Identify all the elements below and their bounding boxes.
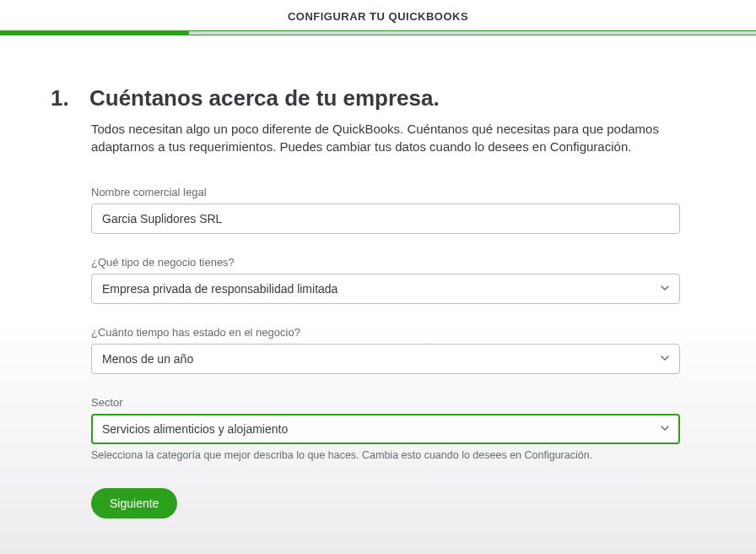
- sector-label: Sector: [91, 396, 680, 409]
- step-number: 1.: [51, 85, 78, 111]
- page-header: CONFIGURAR TU QUICKBOOKS: [0, 0, 756, 31]
- field-legal-name: Nombre comercial legal: [91, 186, 680, 234]
- setup-form: Nombre comercial legal ¿Qué tipo de nego…: [91, 186, 680, 461]
- page-title: CONFIGURAR TU QUICKBOOKS: [0, 10, 756, 23]
- field-business-type: ¿Qué tipo de negocio tienes? Empresa pri…: [91, 256, 680, 304]
- business-type-label: ¿Qué tipo de negocio tienes?: [91, 256, 680, 269]
- next-button[interactable]: Siguiente: [91, 488, 177, 519]
- time-in-business-value[interactable]: Menos de un año: [91, 344, 680, 374]
- legal-name-input[interactable]: [91, 204, 680, 234]
- business-type-value[interactable]: Empresa privada de responsabilidad limit…: [91, 274, 680, 304]
- content-area: 1. Cuéntanos acerca de tu empresa. Todos…: [0, 35, 756, 544]
- field-sector: Sector Servicios alimenticios y alojamie…: [91, 396, 680, 461]
- time-in-business-select[interactable]: Menos de un año: [91, 344, 680, 374]
- step-title: Cuéntanos acerca de tu empresa.: [89, 85, 440, 111]
- sector-value[interactable]: Servicios alimenticios y alojamiento: [91, 414, 680, 444]
- button-row: Siguiente: [91, 488, 680, 519]
- legal-name-label: Nombre comercial legal: [91, 186, 680, 198]
- field-time-in-business: ¿Cuánto tiempo has estado en el negocio?…: [91, 326, 680, 374]
- heading-row: 1. Cuéntanos acerca de tu empresa.: [51, 85, 680, 111]
- time-in-business-label: ¿Cuánto tiempo has estado en el negocio?: [91, 326, 680, 339]
- sector-helper-text: Selecciona la categoría que mejor descri…: [91, 449, 680, 461]
- step-subtitle: Todos necesitan algo un poco diferente d…: [91, 120, 680, 155]
- business-type-select[interactable]: Empresa privada de responsabilidad limit…: [91, 274, 680, 304]
- sector-select[interactable]: Servicios alimenticios y alojamiento: [91, 414, 680, 444]
